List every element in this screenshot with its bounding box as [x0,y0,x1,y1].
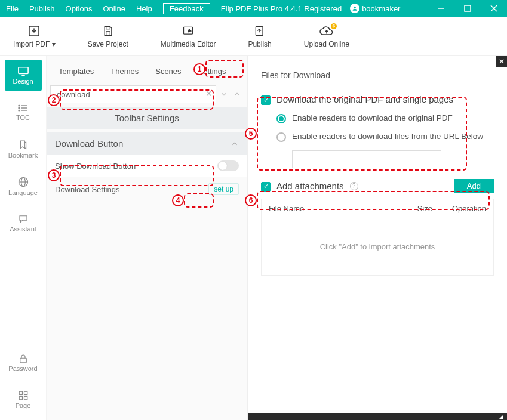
show-download-toggle[interactable] [217,160,239,171]
save-project-button[interactable]: Save Project [81,22,136,51]
svg-rect-10 [18,67,27,74]
help-icon[interactable]: ? [350,182,358,190]
svg-rect-22 [19,391,22,394]
svg-rect-23 [24,391,27,394]
checkbox-label: Download the original PDF and single pag… [276,94,453,104]
search-next-icon[interactable] [219,90,229,98]
row-show-download: Show Download Button [47,155,247,177]
svg-rect-25 [24,397,27,400]
titlebar: File Publish Options Online Help Feedbac… [0,0,507,17]
sidebar-item-toc[interactable]: TOC [5,97,42,128]
svg-rect-21 [20,358,26,363]
download-panel: Files for Download ✓ Download the origin… [247,56,507,420]
monitor-icon [17,66,30,76]
upload-online-button[interactable]: $ Upload Online [297,22,357,51]
sidebar-label: Password [8,365,37,372]
sidebar-item-design[interactable]: Design [5,60,42,91]
checkbox-original-pdf: ✓ Download the original PDF and single p… [261,94,494,105]
publish-label: Publish [248,40,271,48]
maximize-button[interactable] [454,0,481,17]
radio-original-pdf[interactable]: Enable readers to download the original … [276,113,494,123]
section-download-button[interactable]: Download Button [47,132,247,155]
svg-point-0 [354,7,355,8]
menu-help[interactable]: Help [136,4,152,13]
setup-button[interactable]: set up [208,183,239,195]
row-label: Show Download Button [55,162,136,171]
left-sidebar: Design TOC Bookmark Language Assistant P… [0,56,47,420]
sidebar-item-bookmark[interactable]: Bookmark [5,134,42,165]
import-label: Import PDF ▾ [13,40,56,48]
grid-icon [18,390,29,401]
radio-label: Enable readers to download the original … [292,113,453,122]
upload-label: Upload Online [304,40,349,48]
cloud-upload-icon: $ [319,24,334,38]
publish-button[interactable]: Publish [241,22,278,51]
svg-rect-6 [106,26,110,29]
menu-options[interactable]: Options [66,4,93,13]
row-download-settings: Download Settings set up [47,177,247,201]
panel-title: Files for Download [261,70,494,80]
radio-label: Enable readers to download files from th… [292,132,483,141]
attach-label: Add attachments [276,181,344,191]
minimize-button[interactable] [428,0,454,17]
svg-point-16 [19,107,20,109]
overlay-close-icon[interactable]: ✕ [496,56,507,67]
menu-online[interactable]: Online [103,4,125,13]
menu-publish[interactable]: Publish [29,4,55,13]
tab-themes[interactable]: Themes [105,64,145,78]
chevron-up-icon [231,140,239,148]
panel-tabs: Templates Themes Scenes Settings [47,56,247,82]
close-button[interactable] [481,0,507,17]
feedback-button[interactable]: Feedback [163,3,210,14]
row-label: Download Settings [55,185,119,194]
url-input[interactable] [292,150,441,168]
avatar-icon [350,4,359,13]
radio-icon[interactable] [276,114,286,123]
col-operation: Operation [432,204,486,213]
save-label: Save Project [88,40,128,48]
col-filename: File Name [269,204,397,213]
import-icon [27,24,41,38]
sidebar-item-assistant[interactable]: Assistant [5,208,42,239]
publish-icon [253,24,266,38]
app-title: Flip PDF Plus Pro 4.4.1 Registered [221,4,342,13]
tab-scenes[interactable]: Scenes [149,64,187,78]
radio-icon[interactable] [276,132,286,142]
multimedia-editor-button[interactable]: Multimedia Editor [153,22,223,51]
search-row: ✕ [47,82,247,107]
col-size: Size [397,204,432,213]
globe-icon [17,176,29,188]
user-chip[interactable]: bookmaker [350,4,400,13]
sidebar-label: Design [13,78,33,85]
edit-icon [182,24,195,38]
tab-templates[interactable]: Templates [53,64,100,78]
svg-rect-2 [465,5,471,11]
sidebar-label: TOC [16,114,30,121]
checkbox-icon[interactable]: ✓ [261,182,271,192]
sidebar-label: Page [16,402,31,409]
add-attachment-button[interactable]: Add [454,179,494,193]
list-icon [17,103,29,113]
radio-group-download-source: Enable readers to download the original … [261,113,494,142]
bookmark-icon [17,140,29,150]
svg-rect-24 [19,397,22,400]
sidebar-item-password[interactable]: Password [5,347,42,378]
save-icon [102,24,115,38]
overlay-bottom-edge: ◢ [248,413,507,420]
resize-handle-icon[interactable]: ◢ [499,413,503,419]
attachments-header: ✓ Add attachments ? Add [261,179,494,193]
sidebar-label: Assistant [10,226,36,233]
settings-panel: Templates Themes Scenes Settings ✕ Toolb… [47,56,247,420]
sidebar-item-language[interactable]: Language [5,171,42,202]
search-input[interactable] [50,85,216,103]
sidebar-item-page[interactable]: Page [5,384,42,415]
sidebar-label: Bookmark [8,152,38,159]
import-pdf-button[interactable]: Import PDF ▾ [6,22,63,51]
main-toolbar: Import PDF ▾ Save Project Multimedia Edi… [0,17,507,56]
clear-search-icon[interactable]: ✕ [205,89,213,98]
tab-settings[interactable]: Settings [192,64,232,78]
radio-from-url[interactable]: Enable readers to download files from th… [276,132,494,142]
checkbox-icon[interactable]: ✓ [261,95,271,105]
menu-file[interactable]: File [6,4,19,13]
search-prev-icon[interactable] [232,90,242,98]
